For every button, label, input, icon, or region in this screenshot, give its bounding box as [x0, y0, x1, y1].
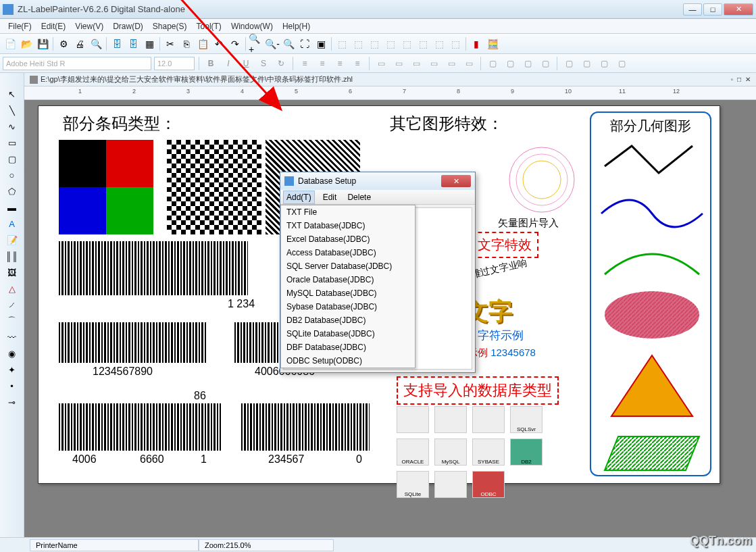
- dd-sybase-jdbc[interactable]: Sybase Database(JDBC): [281, 300, 415, 313]
- ellipse-tool-icon[interactable]: ○: [5, 168, 20, 182]
- maximize-button[interactable]: □: [703, 3, 722, 16]
- menu-tool[interactable]: Tool(T): [193, 20, 226, 32]
- barcode-tool-icon[interactable]: ║║: [5, 249, 20, 264]
- new-icon[interactable]: 📄: [3, 36, 18, 51]
- order-3-icon[interactable]: ▢: [520, 56, 535, 71]
- align-icon-7[interactable]: ⬚: [432, 36, 447, 51]
- calc-icon[interactable]: 🧮: [485, 36, 500, 51]
- font-size-combo[interactable]: [154, 57, 195, 70]
- bezier-tool-icon[interactable]: ∿: [5, 119, 20, 134]
- document-tab[interactable]: E:\gp\李姐发过来的\提交给三大安全软件审核资料\软件界面标签文件\中琅条码…: [24, 73, 756, 86]
- preview-icon[interactable]: 🔍: [89, 36, 103, 51]
- order-1-icon[interactable]: ▢: [485, 56, 500, 71]
- dd-odbc[interactable]: ODBC Setup(ODBC): [281, 354, 415, 368]
- dialog-menu-delete[interactable]: Delete: [345, 191, 374, 203]
- underline-icon[interactable]: U: [238, 56, 253, 71]
- strike-icon[interactable]: S: [256, 56, 271, 71]
- dialog-menu-add[interactable]: Add(T): [283, 191, 315, 204]
- dot-tool-icon[interactable]: •: [5, 378, 20, 393]
- bold-icon[interactable]: B: [203, 56, 218, 71]
- database-refresh-icon[interactable]: 🗄: [126, 36, 141, 51]
- roundrect-tool-icon[interactable]: ▢: [5, 151, 20, 166]
- tab-close-icon[interactable]: ✕: [745, 76, 751, 83]
- zoom-out-icon[interactable]: 🔍-: [265, 36, 280, 51]
- connector-tool-icon[interactable]: ⊸: [5, 395, 20, 409]
- minimize-button[interactable]: —: [683, 3, 702, 16]
- dd-dbf-jdbc[interactable]: DBF Database(JDBC): [281, 341, 415, 354]
- valign-5-icon[interactable]: ▭: [444, 56, 459, 71]
- arc-tool-icon[interactable]: ⌒: [5, 313, 20, 328]
- dd-sqlserver-jdbc[interactable]: SQL Server Database(JDBC): [281, 259, 415, 273]
- curve-tool-icon[interactable]: ⟋: [5, 297, 20, 312]
- align-center-icon[interactable]: ≡: [315, 56, 330, 71]
- group-1-icon[interactable]: ▢: [561, 56, 576, 71]
- align-icon-3[interactable]: ⬚: [367, 36, 382, 51]
- fit-window-icon[interactable]: ⛶: [297, 36, 312, 51]
- dd-txt-file[interactable]: TXT File: [281, 205, 415, 219]
- pointer-tool-icon[interactable]: ↖: [5, 86, 20, 101]
- rich-text-tool-icon[interactable]: 📝: [5, 232, 20, 247]
- menu-shape[interactable]: Shape(S): [149, 20, 191, 32]
- menu-help[interactable]: Help(H): [278, 20, 314, 32]
- align-icon-6[interactable]: ⬚: [415, 36, 430, 51]
- valign-3-icon[interactable]: ▭: [409, 56, 424, 71]
- align-icon-2[interactable]: ⬚: [351, 36, 366, 51]
- close-button[interactable]: ✕: [724, 3, 753, 16]
- tab-max-icon[interactable]: □: [737, 76, 741, 83]
- pdf-icon[interactable]: ▮: [469, 36, 484, 51]
- font-name-combo[interactable]: [3, 57, 151, 70]
- dialog-close-button[interactable]: ✕: [441, 175, 471, 187]
- dd-mysql-jdbc[interactable]: MySQL Database(JDBC): [281, 286, 415, 300]
- menu-file[interactable]: File(F): [4, 20, 36, 32]
- copy-icon[interactable]: ⎘: [179, 36, 194, 51]
- dd-oracle-jdbc[interactable]: Oracle Database(JDBC): [281, 273, 415, 286]
- align-icon-1[interactable]: ⬚: [334, 36, 349, 51]
- menu-window[interactable]: Window(W): [227, 20, 277, 32]
- align-justify-icon[interactable]: ≡: [350, 56, 365, 71]
- menu-edit[interactable]: Edit(E): [37, 20, 70, 32]
- valign-6-icon[interactable]: ▭: [461, 56, 476, 71]
- group-3-icon[interactable]: ▢: [597, 56, 611, 71]
- dd-db2-jdbc[interactable]: DB2 Database(JDBC): [281, 313, 415, 327]
- shape-tool-icon[interactable]: △: [5, 281, 20, 296]
- rotate-icon[interactable]: ↻: [274, 56, 288, 71]
- line-tool-icon[interactable]: ╲: [5, 103, 20, 118]
- group-2-icon[interactable]: ▢: [579, 56, 594, 71]
- valign-2-icon[interactable]: ▭: [391, 56, 406, 71]
- menu-view[interactable]: View(V): [71, 20, 107, 32]
- valign-1-icon[interactable]: ▭: [374, 56, 388, 71]
- grid-icon[interactable]: ▦: [142, 36, 157, 51]
- dd-sqlite-jdbc[interactable]: SQLite Database(JDBC): [281, 327, 415, 341]
- spiral-tool-icon[interactable]: ◉: [5, 346, 20, 361]
- cut-icon[interactable]: ✂: [163, 36, 178, 51]
- zoom-fit-icon[interactable]: 🔍: [281, 36, 296, 51]
- dd-excel-jdbc[interactable]: Excel Database(JDBC): [281, 232, 415, 246]
- order-2-icon[interactable]: ▢: [503, 56, 518, 71]
- paste-icon[interactable]: 📋: [195, 36, 210, 51]
- dialog-menu-edit[interactable]: Edit: [320, 191, 340, 203]
- dialog-titlebar[interactable]: Database Setup ✕: [280, 172, 475, 190]
- wave-tool-icon[interactable]: 〰: [5, 330, 20, 345]
- actual-size-icon[interactable]: ▣: [313, 36, 328, 51]
- zoom-in-icon[interactable]: 🔍+: [249, 36, 263, 51]
- polygon-tool-icon[interactable]: ⬠: [5, 184, 20, 199]
- redo-icon[interactable]: ↷: [228, 36, 243, 51]
- database-icon[interactable]: 🗄: [109, 36, 124, 51]
- print-icon[interactable]: 🖨: [72, 36, 87, 51]
- image-tool-icon[interactable]: 🖼: [5, 265, 20, 280]
- save-icon[interactable]: 💾: [35, 36, 50, 51]
- align-left-icon[interactable]: ≡: [297, 56, 312, 71]
- menu-draw[interactable]: Draw(D): [109, 20, 147, 32]
- tab-min-icon[interactable]: ▫: [730, 76, 733, 83]
- dd-txt-jdbc[interactable]: TXT Database(JDBC): [281, 219, 415, 232]
- italic-icon[interactable]: I: [221, 56, 236, 71]
- dd-access-jdbc[interactable]: Access Database(JDBC): [281, 246, 415, 259]
- settings-icon[interactable]: ⚙: [56, 36, 71, 51]
- text-tool-icon[interactable]: A: [5, 216, 20, 231]
- order-4-icon[interactable]: ▢: [538, 56, 553, 71]
- align-icon-4[interactable]: ⬚: [383, 36, 398, 51]
- valign-4-icon[interactable]: ▭: [426, 56, 441, 71]
- group-4-icon[interactable]: ▢: [614, 56, 629, 71]
- align-icon-5[interactable]: ⬚: [399, 36, 414, 51]
- fill-tool-icon[interactable]: ▬: [5, 200, 20, 215]
